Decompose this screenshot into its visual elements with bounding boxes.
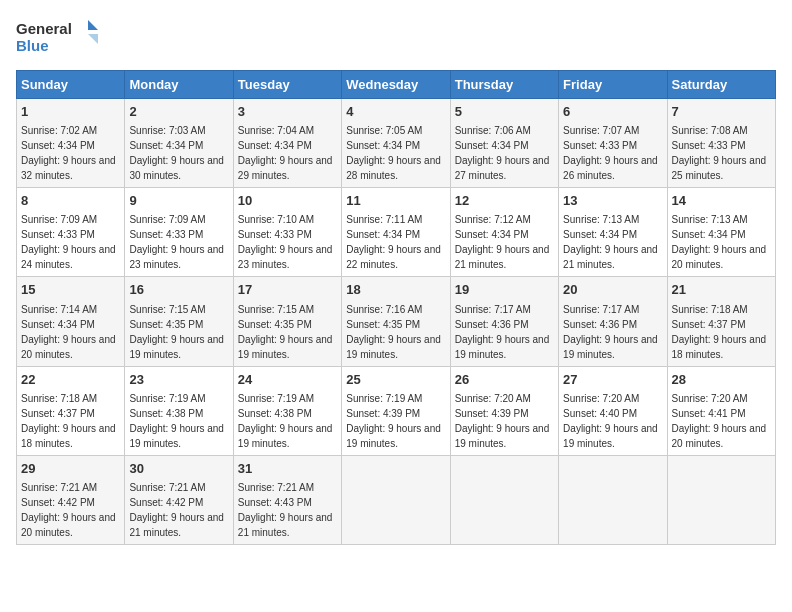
day-number: 19 [455,281,554,299]
day-cell: 8Sunrise: 7:09 AMSunset: 4:33 PMDaylight… [17,188,125,277]
day-cell: 11Sunrise: 7:11 AMSunset: 4:34 PMDayligh… [342,188,450,277]
sunset-info: Sunset: 4:34 PM [21,319,95,330]
day-cell [667,455,775,544]
day-cell: 24Sunrise: 7:19 AMSunset: 4:38 PMDayligh… [233,366,341,455]
day-number: 23 [129,371,228,389]
day-number: 29 [21,460,120,478]
day-number: 8 [21,192,120,210]
daylight-info: Daylight: 9 hours and 20 minutes. [672,244,767,270]
day-number: 21 [672,281,771,299]
sunset-info: Sunset: 4:39 PM [346,408,420,419]
sunset-info: Sunset: 4:37 PM [672,319,746,330]
daylight-info: Daylight: 9 hours and 19 minutes. [129,423,224,449]
week-row-5: 29Sunrise: 7:21 AMSunset: 4:42 PMDayligh… [17,455,776,544]
day-number: 2 [129,103,228,121]
daylight-info: Daylight: 9 hours and 21 minutes. [455,244,550,270]
sunset-info: Sunset: 4:38 PM [129,408,203,419]
sunrise-info: Sunrise: 7:21 AM [129,482,205,493]
day-number: 30 [129,460,228,478]
daylight-info: Daylight: 9 hours and 19 minutes. [238,334,333,360]
sunrise-info: Sunrise: 7:17 AM [455,304,531,315]
sunset-info: Sunset: 4:34 PM [346,229,420,240]
week-row-4: 22Sunrise: 7:18 AMSunset: 4:37 PMDayligh… [17,366,776,455]
daylight-info: Daylight: 9 hours and 22 minutes. [346,244,441,270]
daylight-info: Daylight: 9 hours and 19 minutes. [346,334,441,360]
sunset-info: Sunset: 4:34 PM [238,140,312,151]
sunrise-info: Sunrise: 7:19 AM [129,393,205,404]
daylight-info: Daylight: 9 hours and 19 minutes. [563,334,658,360]
day-cell: 16Sunrise: 7:15 AMSunset: 4:35 PMDayligh… [125,277,233,366]
day-number: 4 [346,103,445,121]
sunrise-info: Sunrise: 7:15 AM [129,304,205,315]
sunrise-info: Sunrise: 7:21 AM [21,482,97,493]
svg-marker-3 [88,34,98,44]
sunset-info: Sunset: 4:33 PM [21,229,95,240]
day-cell: 15Sunrise: 7:14 AMSunset: 4:34 PMDayligh… [17,277,125,366]
day-cell: 18Sunrise: 7:16 AMSunset: 4:35 PMDayligh… [342,277,450,366]
day-cell: 10Sunrise: 7:10 AMSunset: 4:33 PMDayligh… [233,188,341,277]
day-cell: 12Sunrise: 7:12 AMSunset: 4:34 PMDayligh… [450,188,558,277]
day-number: 15 [21,281,120,299]
week-row-3: 15Sunrise: 7:14 AMSunset: 4:34 PMDayligh… [17,277,776,366]
sunrise-info: Sunrise: 7:07 AM [563,125,639,136]
col-header-sunday: Sunday [17,71,125,99]
day-cell: 4Sunrise: 7:05 AMSunset: 4:34 PMDaylight… [342,99,450,188]
day-cell: 1Sunrise: 7:02 AMSunset: 4:34 PMDaylight… [17,99,125,188]
sunset-info: Sunset: 4:34 PM [455,140,529,151]
daylight-info: Daylight: 9 hours and 23 minutes. [238,244,333,270]
col-header-monday: Monday [125,71,233,99]
sunrise-info: Sunrise: 7:09 AM [129,214,205,225]
day-cell: 25Sunrise: 7:19 AMSunset: 4:39 PMDayligh… [342,366,450,455]
sunset-info: Sunset: 4:36 PM [563,319,637,330]
day-cell [342,455,450,544]
sunrise-info: Sunrise: 7:16 AM [346,304,422,315]
sunrise-info: Sunrise: 7:14 AM [21,304,97,315]
day-cell [559,455,667,544]
day-cell: 30Sunrise: 7:21 AMSunset: 4:42 PMDayligh… [125,455,233,544]
sunrise-info: Sunrise: 7:19 AM [238,393,314,404]
daylight-info: Daylight: 9 hours and 24 minutes. [21,244,116,270]
daylight-info: Daylight: 9 hours and 21 minutes. [563,244,658,270]
header-row: SundayMondayTuesdayWednesdayThursdayFrid… [17,71,776,99]
logo: General Blue [16,16,106,60]
sunset-info: Sunset: 4:42 PM [129,497,203,508]
daylight-info: Daylight: 9 hours and 25 minutes. [672,155,767,181]
day-cell: 6Sunrise: 7:07 AMSunset: 4:33 PMDaylight… [559,99,667,188]
day-number: 14 [672,192,771,210]
sunset-info: Sunset: 4:43 PM [238,497,312,508]
day-cell: 13Sunrise: 7:13 AMSunset: 4:34 PMDayligh… [559,188,667,277]
day-cell: 3Sunrise: 7:04 AMSunset: 4:34 PMDaylight… [233,99,341,188]
sunset-info: Sunset: 4:34 PM [21,140,95,151]
svg-text:General: General [16,20,72,37]
sunrise-info: Sunrise: 7:20 AM [672,393,748,404]
day-number: 20 [563,281,662,299]
sunrise-info: Sunrise: 7:18 AM [21,393,97,404]
sunrise-info: Sunrise: 7:02 AM [21,125,97,136]
logo-svg: General Blue [16,16,106,60]
sunset-info: Sunset: 4:41 PM [672,408,746,419]
day-cell: 7Sunrise: 7:08 AMSunset: 4:33 PMDaylight… [667,99,775,188]
sunset-info: Sunset: 4:34 PM [346,140,420,151]
day-cell: 20Sunrise: 7:17 AMSunset: 4:36 PMDayligh… [559,277,667,366]
day-number: 11 [346,192,445,210]
day-number: 16 [129,281,228,299]
daylight-info: Daylight: 9 hours and 23 minutes. [129,244,224,270]
day-number: 9 [129,192,228,210]
header: General Blue [16,16,776,60]
day-number: 18 [346,281,445,299]
day-number: 7 [672,103,771,121]
sunset-info: Sunset: 4:34 PM [563,229,637,240]
day-cell: 22Sunrise: 7:18 AMSunset: 4:37 PMDayligh… [17,366,125,455]
daylight-info: Daylight: 9 hours and 19 minutes. [346,423,441,449]
svg-marker-2 [88,20,98,30]
day-number: 5 [455,103,554,121]
col-header-thursday: Thursday [450,71,558,99]
daylight-info: Daylight: 9 hours and 28 minutes. [346,155,441,181]
day-number: 6 [563,103,662,121]
sunrise-info: Sunrise: 7:10 AM [238,214,314,225]
sunrise-info: Sunrise: 7:06 AM [455,125,531,136]
daylight-info: Daylight: 9 hours and 19 minutes. [455,423,550,449]
sunrise-info: Sunrise: 7:13 AM [672,214,748,225]
day-number: 10 [238,192,337,210]
day-cell: 17Sunrise: 7:15 AMSunset: 4:35 PMDayligh… [233,277,341,366]
